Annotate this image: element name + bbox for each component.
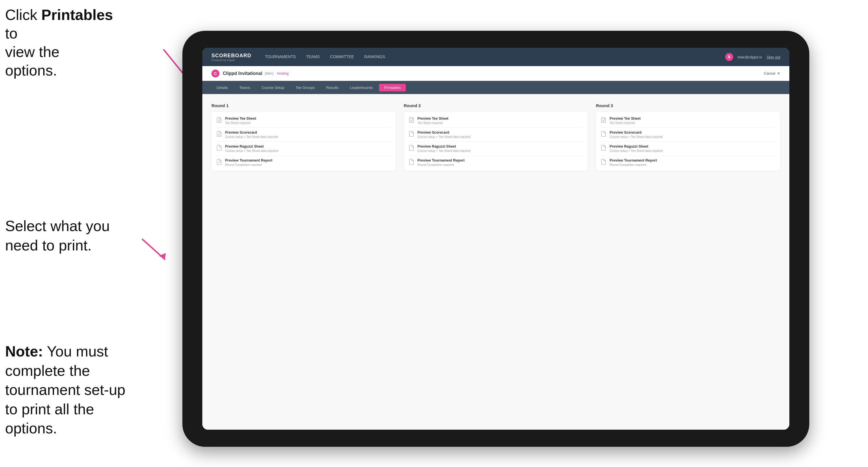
round-2-card: Preview Tee Sheet Tee Sheet required Pre… xyxy=(404,112,588,171)
svg-line-2 xyxy=(143,239,165,259)
r2-scorecard-title: Preview Scorecard xyxy=(417,130,584,134)
tab-printables[interactable]: Printables xyxy=(379,84,406,91)
top-nav-links: TOURNAMENTS TEAMS COMMITTEE RANKINGS xyxy=(265,53,725,61)
cancel-button[interactable]: Cancel ✕ xyxy=(764,71,780,75)
document-icon xyxy=(216,159,222,165)
tablet-screen: SCOREBOARD Powered by clippd TOURNAMENTS… xyxy=(202,48,789,430)
document-icon xyxy=(600,117,607,123)
r3-tournament-report-title: Preview Tournament Report xyxy=(610,158,776,162)
tab-results[interactable]: Results xyxy=(321,84,344,91)
round-1-raguzzi[interactable]: Preview Raguzzi Sheet Course setup + Tee… xyxy=(216,142,391,156)
nav-committee[interactable]: COMMITTEE xyxy=(330,53,354,61)
round-1-tournament-report[interactable]: Preview Tournament Report Round Completi… xyxy=(216,156,391,166)
document-icon xyxy=(408,159,414,165)
tab-leaderboards[interactable]: Leaderboards xyxy=(345,84,378,91)
round-3-title: Round 3 xyxy=(596,103,780,108)
tab-course-setup[interactable]: Course Setup xyxy=(256,84,289,91)
logo-title: SCOREBOARD xyxy=(212,53,251,59)
annotation-top: Click Printables toview the options. xyxy=(5,6,114,80)
r2-tournament-report-subtitle: Round Completion required xyxy=(417,163,584,166)
top-nav-right: B blair@clippd.io Sign out xyxy=(725,53,780,61)
main-content: Round 1 Preview Tee Sheet Tee Sheet requ… xyxy=(202,94,789,430)
scoreboard-logo: SCOREBOARD Powered by clippd xyxy=(212,53,251,62)
nav-tournaments[interactable]: TOURNAMENTS xyxy=(265,53,296,61)
tab-details[interactable]: Details xyxy=(212,84,233,91)
r3-tee-sheet-title: Preview Tee Sheet xyxy=(610,117,776,121)
r2-tee-sheet-subtitle: Tee Sheet required xyxy=(417,121,584,125)
r2-tee-sheet-title: Preview Tee Sheet xyxy=(417,117,584,121)
r3-raguzzi-subtitle: Course setup + Tee Sheet data required xyxy=(610,149,776,152)
r2-tournament-report-title: Preview Tournament Report xyxy=(417,158,584,162)
tab-teams[interactable]: Teams xyxy=(234,84,255,91)
tournament-report-title: Preview Tournament Report xyxy=(225,158,391,162)
document-icon xyxy=(216,145,222,151)
r3-scorecard-subtitle: Course setup + Tee Sheet data required xyxy=(610,135,776,138)
tab-tee-groups[interactable]: Tee Groups xyxy=(291,84,320,91)
document-icon xyxy=(408,117,414,123)
top-nav: SCOREBOARD Powered by clippd TOURNAMENTS… xyxy=(202,48,789,66)
round-2-tee-sheet[interactable]: Preview Tee Sheet Tee Sheet required xyxy=(408,117,584,128)
round-3-tee-sheet[interactable]: Preview Tee Sheet Tee Sheet required xyxy=(600,117,776,128)
round-1-card: Preview Tee Sheet Tee Sheet required Pre… xyxy=(212,112,396,171)
nav-teams[interactable]: TEAMS xyxy=(306,53,320,61)
tournament-status: Hosting xyxy=(277,71,289,75)
r2-scorecard-subtitle: Course setup + Tee Sheet data required xyxy=(417,135,584,138)
round-1-scorecard[interactable]: Preview Scorecard Course setup + Tee She… xyxy=(216,128,391,142)
annotation-middle-text: Select what you need to print. xyxy=(5,218,110,254)
tournament-logo: C xyxy=(212,69,219,77)
document-icon xyxy=(600,131,607,137)
document-icon xyxy=(216,117,222,123)
tee-sheet-subtitle: Tee Sheet required xyxy=(225,121,391,125)
round-1-title: Round 1 xyxy=(212,103,396,108)
raguzzi-title: Preview Raguzzi Sheet xyxy=(225,145,391,149)
round-1-section: Round 1 Preview Tee Sheet Tee Sheet requ… xyxy=(212,103,396,171)
rounds-grid: Round 1 Preview Tee Sheet Tee Sheet requ… xyxy=(212,103,780,171)
round-2-title: Round 2 xyxy=(404,103,588,108)
svg-marker-3 xyxy=(159,253,166,259)
round-1-tee-sheet[interactable]: Preview Tee Sheet Tee Sheet required xyxy=(216,117,391,128)
annotation-printables-bold: Printables xyxy=(41,6,113,23)
r3-scorecard-title: Preview Scorecard xyxy=(610,130,776,134)
tournament-bar: C Clippd Invitational (Men) Hosting Canc… xyxy=(202,66,789,81)
tablet-device: SCOREBOARD Powered by clippd TOURNAMENTS… xyxy=(182,31,809,447)
round-3-scorecard[interactable]: Preview Scorecard Course setup + Tee She… xyxy=(600,128,776,142)
tournament-name: Clippd Invitational xyxy=(223,71,262,76)
document-icon xyxy=(600,145,607,151)
tournament-badge: (Men) xyxy=(265,71,274,75)
round-3-raguzzi[interactable]: Preview Raguzzi Sheet Course setup + Tee… xyxy=(600,142,776,156)
cancel-label: Cancel xyxy=(764,71,775,75)
sign-out-link[interactable]: Sign out xyxy=(767,55,780,59)
document-icon xyxy=(216,131,222,137)
r2-raguzzi-title: Preview Raguzzi Sheet xyxy=(417,145,584,149)
scorecard-subtitle: Course setup + Tee Sheet data required xyxy=(225,135,391,138)
logo-subtitle: Powered by clippd xyxy=(212,59,251,62)
sub-nav: Details Teams Course Setup Tee Groups Re… xyxy=(202,81,789,94)
round-2-scorecard[interactable]: Preview Scorecard Course setup + Tee She… xyxy=(408,128,584,142)
document-icon xyxy=(408,131,414,137)
tournament-report-subtitle: Round Completion required xyxy=(225,163,391,166)
r3-raguzzi-title: Preview Raguzzi Sheet xyxy=(610,145,776,149)
r3-tee-sheet-subtitle: Tee Sheet required xyxy=(610,121,776,125)
user-avatar: B xyxy=(725,53,733,61)
r3-tournament-report-subtitle: Round Completion required xyxy=(610,163,776,166)
round-2-tournament-report[interactable]: Preview Tournament Report Round Completi… xyxy=(408,156,584,166)
round-2-raguzzi[interactable]: Preview Raguzzi Sheet Course setup + Tee… xyxy=(408,142,584,156)
raguzzi-subtitle: Course setup + Tee Sheet data required xyxy=(225,149,391,152)
round-3-tournament-report[interactable]: Preview Tournament Report Round Completi… xyxy=(600,156,776,166)
nav-rankings[interactable]: RANKINGS xyxy=(364,53,385,61)
annotation-note-bold: Note: xyxy=(5,343,43,360)
scorecard-title: Preview Scorecard xyxy=(225,130,391,134)
document-icon xyxy=(600,159,607,165)
close-icon: ✕ xyxy=(777,71,780,75)
document-icon xyxy=(408,145,414,151)
tee-sheet-title: Preview Tee Sheet xyxy=(225,117,391,121)
round-2-section: Round 2 Preview Tee Sheet Tee Sheet requ… xyxy=(404,103,588,171)
user-email: blair@clippd.io xyxy=(738,55,762,59)
r2-raguzzi-subtitle: Course setup + Tee Sheet data required xyxy=(417,149,584,152)
round-3-section: Round 3 Preview Tee Sheet Tee Sheet requ… xyxy=(596,103,780,171)
annotation-bottom: Note: You must complete the tournament s… xyxy=(5,342,130,438)
round-3-card: Preview Tee Sheet Tee Sheet required Pre… xyxy=(596,112,780,171)
annotation-middle: Select what you need to print. xyxy=(5,217,114,255)
